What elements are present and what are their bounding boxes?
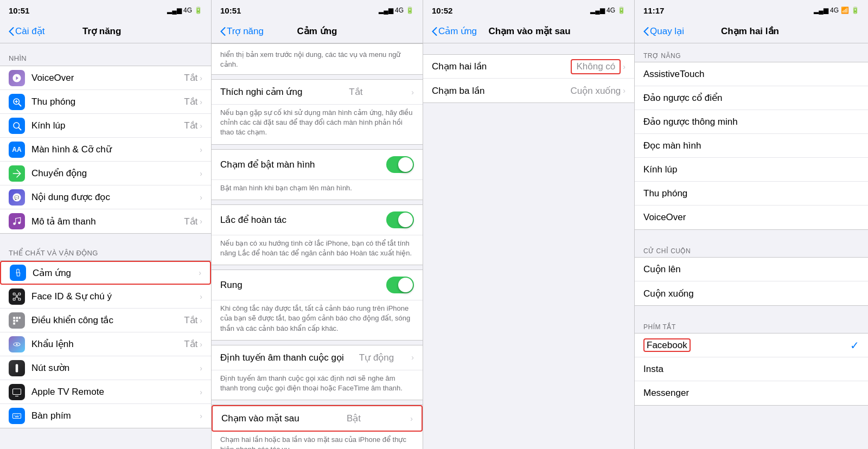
dieu-khien-label: Điều khiển công tắc — [31, 315, 184, 326]
panel2-scroll[interactable]: hiển thị bản xem trước nội dung, các tác… — [212, 43, 423, 449]
cam-ung-label: Cảm ứng — [33, 267, 199, 279]
time-4: 11:17 — [643, 6, 664, 15]
motion-icon — [9, 165, 25, 182]
back-button-4[interactable]: Quay lại — [643, 25, 684, 37]
svg-point-21 — [16, 343, 18, 345]
item-insta[interactable]: Insta — [635, 357, 868, 381]
cuon-len-label: Cuộn lên — [643, 264, 859, 275]
dao-nguoc-thong-minh-label: Đảo ngược thông minh — [643, 116, 859, 127]
back-button-3[interactable]: Cảm ứng — [432, 25, 477, 37]
tro-nang-list: AssistiveTouch Đảo ngược cổ điển Đảo ngư… — [635, 62, 868, 230]
item-mo-ta[interactable]: Mô tả âm thanh Tắt › — [0, 209, 211, 233]
item-apple-tv[interactable]: Apple TV Remote › — [0, 380, 211, 404]
cham-ba-lan-value: Cuộn xuống — [571, 85, 621, 97]
rung-block: Rung Khi công tắc này được tắt, tất cả c… — [212, 270, 423, 341]
assistive-label: AssistiveTouch — [643, 69, 859, 80]
appletv-icon — [9, 384, 25, 400]
ban-phim-chevron: › — [200, 412, 202, 420]
nut-suon-label: Nút sườn — [31, 362, 200, 374]
panel-cham-mat-sau: 10:52 ▂▄▆ 4G 🔋 Cảm ứng Chạm vào mặt sau … — [423, 0, 635, 449]
cham-bat-row[interactable]: Chạm để bật màn hình — [212, 150, 423, 180]
item-kinh-lup[interactable]: Kính lúp Tắt › — [0, 114, 211, 138]
item-nut-suon[interactable]: Nút sườn › — [0, 356, 211, 380]
audio-icon — [9, 213, 25, 229]
cham-bat-toggle[interactable] — [386, 156, 414, 173]
cham-bat-desc: Bật màn hình khi bạn chạm lên màn hình. — [212, 180, 423, 200]
item-dao-nguoc-co-dien[interactable]: Đảo ngược cổ điển — [635, 86, 868, 110]
item-kinh-lup-p4[interactable]: Kính lúp — [635, 158, 868, 182]
cham-mat-sau-row[interactable]: Chạm vào mặt sau Bật › — [212, 405, 423, 432]
dinh-tuyen-row[interactable]: Định tuyến âm thanh cuộc gọi Tự động › — [212, 345, 423, 370]
touch-icon — [10, 265, 26, 281]
item-voiceover[interactable]: VoiceOver Tắt › — [0, 66, 211, 90]
back-label-4: Quay lại — [650, 25, 684, 37]
item-khau-lenh[interactable]: Khẩu lệnh Tắt › — [0, 332, 211, 356]
touch-list: Chạm hai lần Không có › Chạm ba lần Cuộn… — [423, 54, 634, 103]
panel-cam-ung: 10:51 ▂▄▆ 4G 🔋 Trợ năng Cảm ứng hiển thị… — [212, 0, 423, 449]
panel1-scroll[interactable]: NHÌN VoiceOver Tắt › Thu phóng Tắt › — [0, 43, 211, 449]
display-icon: AA — [9, 142, 25, 158]
back-chevron-icon-3 — [432, 27, 437, 36]
cham-hai-lan-item[interactable]: Chạm hai lần Không có › — [423, 55, 634, 79]
nav-title-1: Trợ năng — [82, 25, 121, 37]
item-assistive[interactable]: AssistiveTouch — [635, 62, 868, 86]
lac-hoan-tac-row[interactable]: Lắc để hoàn tác — [212, 205, 423, 235]
lac-hoan-tac-title: Lắc để hoàn tác — [220, 214, 286, 226]
item-voiceover-p4[interactable]: VoiceOver — [635, 206, 868, 229]
item-cam-ung[interactable]: Cảm ứng › — [0, 261, 211, 285]
chuyen-dong-chevron: › — [200, 169, 202, 178]
faceid-label: Face ID & Sự chú ý — [31, 291, 200, 302]
ban-phim-label: Bàn phím — [31, 410, 200, 421]
nhin-list: VoiceOver Tắt › Thu phóng Tắt › Kính lúp… — [0, 66, 211, 234]
mo-ta-value: Tắt — [184, 216, 197, 227]
dinh-tuyen-value: Tự động — [359, 352, 394, 363]
back-button-2[interactable]: Trợ năng — [220, 25, 264, 37]
nav-title-2: Cảm ứng — [297, 25, 337, 37]
status-icons-2: ▂▄▆ 4G 🔋 — [379, 7, 414, 14]
khau-lenh-value: Tắt — [184, 338, 197, 350]
doc-man-hinh-label: Đọc màn hình — [643, 140, 859, 151]
wifi-icon: 📶 — [841, 7, 849, 14]
item-doc-man-hinh[interactable]: Đọc màn hình — [635, 134, 868, 158]
cham-hai-lan-label: Chạm hai lần — [432, 61, 571, 72]
item-noi-dung[interactable]: 💬 Nội dung được đọc › — [0, 185, 211, 209]
item-dieu-khien[interactable]: Điều khiển công tắc Tắt › — [0, 309, 211, 332]
item-thu-phong-p4[interactable]: Thu phóng — [635, 182, 868, 206]
panel-cham-hai-lan: 11:17 ▂▄▆ 4G 📶 🔋 Quay lại Chạm hai lần T… — [635, 0, 868, 449]
rung-title: Rung — [220, 280, 242, 291]
section-the-chat: THỂ CHẤT VÀ VẬN ĐỘNG — [0, 238, 211, 260]
item-cuon-len[interactable]: Cuộn lên — [635, 258, 868, 281]
item-thu-phong[interactable]: Thu phóng Tắt › — [0, 90, 211, 114]
lac-hoan-tac-toggle[interactable] — [386, 211, 414, 228]
cham-ba-lan-item[interactable]: Chạm ba lần Cuộn xuống › — [423, 79, 634, 102]
item-faceid[interactable]: Face ID & Sự chú ý › — [0, 285, 211, 309]
rung-toggle[interactable] — [386, 277, 414, 293]
item-ban-phim[interactable]: Bàn phím › — [0, 404, 211, 428]
signal-icon-3: ▂▄▆ 4G — [590, 7, 615, 14]
item-facebook[interactable]: Facebook ✓ — [635, 333, 868, 357]
item-cuon-xuong[interactable]: Cuộn xuống — [635, 281, 868, 305]
nav-bar-2: Trợ năng Cảm ứng — [212, 20, 423, 43]
kinh-lup-chevron: › — [200, 121, 202, 130]
svg-rect-12 — [18, 298, 21, 300]
switch-icon — [9, 312, 25, 329]
insta-label: Insta — [643, 364, 859, 375]
section-phim-tat: PHÍM TẮT — [635, 315, 868, 333]
signal-icon-4: ▂▄▆ 4G — [814, 7, 839, 14]
item-dao-nguoc-thong-minh[interactable]: Đảo ngược thông minh — [635, 110, 868, 134]
panel4-scroll[interactable]: TRỢ NĂNG AssistiveTouch Đảo ngược cổ điể… — [635, 43, 868, 449]
item-chuyen-dong[interactable]: Chuyển động › — [0, 162, 211, 185]
item-man-hinh[interactable]: AA Màn hình & Cỡ chữ › — [0, 138, 211, 162]
back-button-1[interactable]: Cài đặt — [9, 25, 44, 37]
status-icons-3: ▂▄▆ 4G 🔋 — [590, 7, 626, 14]
rung-row[interactable]: Rung — [212, 270, 423, 300]
side-icon — [9, 360, 25, 376]
cham-bat-title: Chạm để bật màn hình — [220, 159, 315, 170]
intro-text-block: hiển thị bản xem trước nội dung, các tác… — [212, 43, 423, 75]
khau-lenh-chevron: › — [200, 340, 202, 349]
thich-nghi-row[interactable]: Thích nghi cảm ứng Tắt › — [212, 80, 423, 105]
dinh-tuyen-block: Định tuyến âm thanh cuộc gọi Tự động › Đ… — [212, 345, 423, 400]
item-messenger[interactable]: Messenger — [635, 381, 868, 405]
spoken-icon: 💬 — [9, 189, 25, 206]
voiceover-value: Tắt — [184, 72, 197, 84]
